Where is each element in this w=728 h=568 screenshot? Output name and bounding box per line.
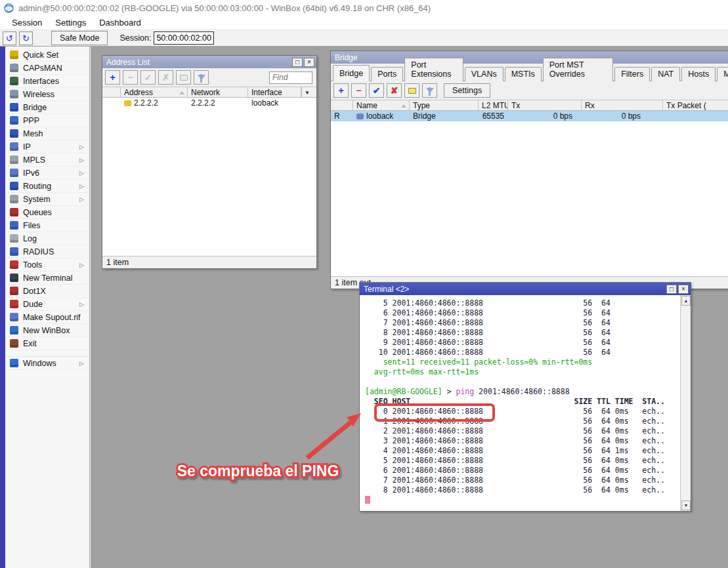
filter-button[interactable] (422, 83, 437, 98)
address-row[interactable]: 2.2.2.22.2.2.2looback (102, 98, 316, 108)
column-header-network[interactable]: Network (188, 87, 248, 97)
chevron-right-icon: ▷ (79, 360, 84, 367)
redo-button[interactable]: ↻ (19, 31, 33, 45)
sidebar-item-label: Queues (23, 208, 52, 217)
type-cell: Bridge (410, 111, 479, 121)
maximize-button[interactable]: □ (666, 285, 677, 294)
sidebar-item-wireless[interactable]: Wireless (5, 88, 89, 101)
exit-door-icon (10, 339, 18, 348)
flags-column-header[interactable] (102, 87, 121, 97)
sidebar-item-exit[interactable]: Exit (5, 337, 89, 350)
sidebar-item-tools[interactable]: Tools▷ (5, 258, 89, 272)
column-header-tx-packet[interactable]: Tx Packet ( (663, 100, 728, 110)
sidebar-item-interfaces[interactable]: Interfaces (5, 75, 89, 88)
tab-port-mst-overrides[interactable]: Port MST Overrides (543, 58, 613, 81)
column-header-name[interactable]: Name (353, 100, 410, 110)
column-options-button[interactable]: ▼ (301, 87, 312, 97)
tab-nat[interactable]: NAT (651, 67, 680, 81)
tab-port-extensions[interactable]: Port Extensions (404, 58, 463, 81)
tab-mstis[interactable]: MSTIs (505, 67, 542, 81)
bridge-icon (10, 103, 18, 112)
column-header-l2-mtu[interactable]: L2 MTU (479, 100, 508, 110)
session-input[interactable] (154, 31, 214, 45)
menu-session[interactable]: Session (5, 16, 49, 29)
menu-settings[interactable]: Settings (49, 16, 93, 29)
terminal-scrollbar[interactable]: ▲ ▼ (680, 295, 691, 511)
terminal-text-segment: 4 2001:4860:4860::8888 56 64 1ms ech.. (365, 446, 665, 455)
bridge-row[interactable]: RloobackBridge655350 bps0 bps (331, 111, 728, 121)
disable-button: ✗ (158, 70, 173, 85)
sidebar-item-files[interactable]: Files (5, 219, 89, 232)
chevron-right-icon: ▷ (79, 144, 84, 150)
tx-cell: 0 bps (508, 111, 582, 121)
scroll-down-icon[interactable]: ▼ (681, 500, 691, 510)
session-label: Session: (119, 33, 151, 43)
address-list-body: 2.2.2.22.2.2.2looback (102, 98, 316, 256)
disable-button[interactable]: ✘ (387, 83, 402, 98)
tab-ports[interactable]: Ports (371, 67, 403, 81)
settings-button[interactable]: Settings (444, 83, 490, 98)
tab-vlans[interactable]: VLANs (465, 67, 503, 81)
sidebar-item-radius[interactable]: RADIUS (5, 245, 89, 258)
column-header-address[interactable]: Address (121, 87, 188, 97)
sidebar-item-label: Interfaces (23, 77, 59, 86)
sidebar-item-log[interactable]: Log (5, 232, 89, 245)
sidebar-item-routing[interactable]: Routing▷ (5, 180, 89, 193)
tools-wrench-icon (10, 260, 18, 269)
terminal-line: 7 2001:4860:4860::8888 56 64 (365, 318, 680, 328)
sidebar-item-dude[interactable]: Dude▷ (5, 298, 89, 311)
menu-dashboard[interactable]: Dashboard (93, 16, 148, 29)
scroll-up-icon[interactable]: ▲ (681, 296, 691, 306)
flags-cell: R (331, 111, 353, 121)
sidebar-item-windows[interactable]: Windows▷ (5, 357, 89, 370)
column-header-rx[interactable]: Rx (582, 100, 663, 110)
sidebar-item-system[interactable]: System▷ (5, 193, 89, 206)
sidebar-item-ipv6[interactable]: IPv6▷ (5, 167, 89, 180)
terminal-text-segment: 6 2001:4860:4860::8888 56 64 (365, 308, 610, 317)
column-header-interface[interactable]: Interface (248, 87, 301, 97)
safe-mode-button[interactable]: Safe Mode (51, 31, 108, 45)
close-button[interactable]: × (678, 285, 689, 294)
sidebar-item-new-winbox[interactable]: New WinBox (5, 324, 89, 337)
remove-button[interactable]: − (351, 83, 366, 98)
sidebar-item-capsman[interactable]: CAPsMAN (5, 62, 89, 75)
enable-button[interactable]: ✔ (369, 83, 384, 98)
sidebar-item-dot1x[interactable]: Dot1X (5, 285, 89, 298)
sidebar-item-mesh[interactable]: Mesh (5, 127, 89, 140)
ipv6-icon (10, 169, 18, 177)
filter-icon (198, 75, 205, 80)
bridge-titlebar[interactable]: Bridge (331, 51, 728, 64)
sidebar-item-bridge[interactable]: Bridge (5, 101, 89, 114)
system-gear-icon (10, 195, 18, 203)
sidebar-item-new-terminal[interactable]: New Terminal (5, 272, 89, 285)
sidebar-item-quick-set[interactable]: Quick Set (5, 49, 89, 62)
tab-filters[interactable]: Filters (614, 67, 650, 81)
filter-button[interactable] (194, 70, 209, 85)
flags-column-header[interactable] (331, 100, 353, 110)
add-button[interactable]: + (105, 70, 120, 85)
tab-bridge[interactable]: Bridge (333, 65, 370, 81)
tab-hosts[interactable]: Hosts (681, 67, 716, 81)
terminal-line: 8 2001:4860:4860::8888 56 64 0ms ech.. (365, 485, 680, 495)
column-header-tx[interactable]: Tx (508, 100, 582, 110)
find-input[interactable] (269, 71, 312, 84)
column-header-type[interactable]: Type (410, 100, 479, 110)
maximize-button[interactable]: □ (292, 58, 303, 67)
address-list-titlebar[interactable]: Address List □ × (102, 56, 316, 68)
undo-button[interactable]: ↺ (3, 31, 16, 45)
sidebar-item-queues[interactable]: Queues (5, 206, 89, 219)
close-button[interactable]: × (304, 58, 314, 67)
terminal-titlebar[interactable]: Terminal <2> □ × (360, 283, 691, 295)
comment-button[interactable] (404, 83, 419, 98)
sidebar-item-mpls[interactable]: MPLS▷ (5, 153, 89, 167)
add-button[interactable]: + (333, 83, 349, 98)
sidebar-item-ip[interactable]: IP▷ (5, 140, 89, 153)
sidebar-item-make-supout-rif[interactable]: Make Supout.rif (5, 311, 89, 324)
tab-mdb[interactable]: MDB (717, 67, 728, 81)
annotation-text: Se comprueba el PING (177, 462, 339, 479)
sidebar-item-ppp[interactable]: PPP (5, 114, 89, 127)
sort-ascending-icon (179, 91, 184, 94)
address-list-window: Address List □ × +−✓✗ AddressNetworkInte… (102, 55, 317, 269)
sidebar-item-label: Exit (23, 339, 37, 348)
terminal-line: 9 2001:4860:4860::8888 56 64 (365, 338, 680, 348)
